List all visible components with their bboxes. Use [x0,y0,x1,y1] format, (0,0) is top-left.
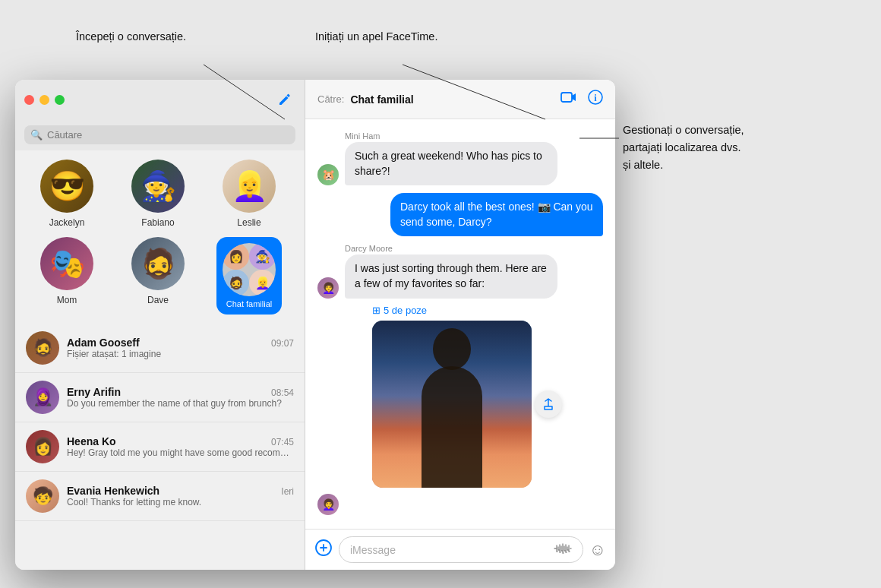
convo-item-heena[interactable]: 👩 Heena Ko 07:45 Hey! Gray told me you m… [15,422,305,472]
pinned-contact-jackelyn[interactable]: 😎 Jackelyn [21,160,112,228]
avatar-heena: 👩 [26,430,59,463]
video-call-icon[interactable] [560,91,577,107]
msg-row-mini-ham: 🐹 Such a great weekend! Who has pics to … [317,142,603,185]
annotation-facetime: Inițiați un apel FaceTime. [315,29,437,46]
sender-label-mini-ham: Mini Ham [317,131,603,141]
convo-name-erny: Erny Arifin [67,386,121,398]
avatar-darcy: 👩‍🦱 [317,277,339,299]
photos-count-label: 5 de poze [384,305,427,316]
message-darcy-group: Darcy Moore 👩‍🦱 I was just sorting throu… [317,244,603,514]
fullscreen-button[interactable] [55,95,65,105]
convo-time-adam: 09:07 [271,338,294,349]
convo-content-heena: Heena Ko 07:45 Hey! Gray told me you mig… [67,435,294,458]
sidebar-titlebar [15,80,305,119]
chat-input-bar: iMessage ☺ [305,529,615,570]
traffic-lights [24,95,65,105]
message-mini-ham-group: Mini Ham 🐹 Such a great weekend! Who has… [317,131,603,185]
convo-preview-erny: Do you remember the name of that guy fro… [67,398,294,409]
avatar-mom: 🎭 [40,237,93,290]
compose-button[interactable] [274,89,295,110]
contact-label-leslie: Leslie [237,217,261,228]
search-icon: 🔍 [30,129,43,141]
msg-bubble-mini-ham: Such a great weekend! Who has pics to sh… [345,142,557,185]
avatar-fabiano: 🧙 [131,160,185,213]
convo-time-evania: Ieri [281,486,294,497]
convo-content-erny: Erny Arifin 08:54 Do you remember the na… [67,386,294,409]
chat-header: Către: Chat familial i [305,80,615,119]
contact-label-dave: Dave [147,295,169,305]
share-button[interactable] [535,390,562,418]
avatar-evania: 🧒 [26,479,59,513]
pinned-contacts-row2: 🎭 Mom 🧔 Dave 👩 🧙 [15,237,305,324]
pinned-contact-dave[interactable]: 🧔 Dave [112,237,204,315]
minimize-button[interactable] [39,95,49,105]
contact-label-jackelyn: Jackelyn [49,217,85,228]
annotation-start-convo: Începeți o conversație. [76,29,186,46]
info-icon[interactable]: i [588,90,603,109]
photos-section: ⊞ 5 de poze [317,305,603,491]
avatar-mini-ham: 🐹 [317,164,339,185]
pinned-contacts-row1: 😎 Jackelyn 🧙 Fabiano 👱‍♀️ Leslie [15,150,305,237]
search-input[interactable] [47,129,289,141]
close-button[interactable] [24,95,34,105]
sender-label-darcy: Darcy Moore [317,244,603,253]
msg-row-darcy: 👩‍🦱 I was just sorting through them. Her… [317,254,603,298]
msg-bubble-darcy: I was just sorting through them. Here ar… [345,254,557,298]
svg-text:i: i [594,93,597,103]
convo-name-heena: Heena Ko [67,435,116,447]
avatar-jackelyn: 😎 [40,160,93,213]
avatar-adam: 🧔 [26,331,59,365]
convo-time-erny: 08:54 [271,387,294,398]
avatar-leslie: 👱‍♀️ [223,160,276,213]
pinned-contact-chat-familial[interactable]: 👩 🧙 🧔 👱‍♀️ Chat familial [204,237,295,315]
contact-label-mom: Mom [57,295,77,305]
message-placeholder: iMessage [350,544,396,556]
app-window: 🔍 😎 Jackelyn 🧙 Fabiano 👱‍♀️ [15,80,615,570]
chat-messages: Mini Ham 🐹 Such a great weekend! Who has… [305,119,615,529]
audio-wave-icon [554,542,572,557]
contact-label-chat-familial: Chat familial [226,299,273,308]
convo-preview-evania: Cool! Thanks for letting me know. [67,497,294,507]
photo-container [372,321,532,488]
avatar-erny: 🧕 [26,381,59,414]
convo-preview-heena: Hey! Gray told me you might have some go… [67,447,294,458]
convo-content-evania: Evania Henkewich Ieri Cool! Thanks for l… [67,485,294,507]
convo-name-adam: Adam Gooseff [67,337,140,349]
photos-label: ⊞ 5 de poze [372,305,532,316]
msg-row-outgoing: Darcy took all the best ones! 📷 Can you … [317,193,603,236]
grid-icon: ⊞ [372,305,381,316]
pinned-contact-fabiano[interactable]: 🧙 Fabiano [112,160,204,228]
pinned-contact-leslie[interactable]: 👱‍♀️ Leslie [204,160,295,228]
convo-item-adam[interactable]: 🧔 Adam Gooseff 09:07 Fișier atașat: 1 im… [15,324,305,373]
apps-button[interactable] [314,539,333,561]
avatar-dave: 🧔 [131,237,185,290]
svg-rect-3 [561,93,572,102]
photo-preview [372,321,532,488]
annotation-manage: Gestionați o conversație,partajați local… [623,122,744,175]
msg-bubble-outgoing: Darcy took all the best ones! 📷 Can you … [390,193,603,236]
photo-row: ⊞ 5 de poze [345,305,603,491]
emoji-button[interactable]: ☺ [589,540,606,560]
convo-name-evania: Evania Henkewich [67,485,159,497]
sidebar: 🔍 😎 Jackelyn 🧙 Fabiano 👱‍♀️ [15,80,305,570]
message-input[interactable]: iMessage [339,536,583,563]
convo-preview-adam: Fișier atașat: 1 imagine [67,349,294,359]
convo-time-heena: 07:45 [271,437,294,447]
convo-item-erny[interactable]: 🧕 Erny Arifin 08:54 Do you remember the … [15,373,305,422]
selected-group-bg: 👩 🧙 🧔 👱‍♀️ Chat familial [216,237,282,315]
photos-content: ⊞ 5 de poze [372,305,532,491]
search-input-wrap[interactable]: 🔍 [24,125,295,144]
chat-header-to-label: Către: [317,93,344,105]
darcy-avatar-bottom-row: 👩‍🦱 [317,494,603,515]
chat-area: Către: Chat familial i [305,80,615,570]
contact-label-fabiano: Fabiano [141,217,174,228]
chat-header-icons: i [560,90,603,109]
avatar-darcy-bottom: 👩‍🦱 [317,494,339,515]
pinned-contact-mom[interactable]: 🎭 Mom [21,237,112,315]
convo-item-evania[interactable]: 🧒 Evania Henkewich Ieri Cool! Thanks for… [15,472,305,521]
conversation-list: 🧔 Adam Gooseff 09:07 Fișier atașat: 1 im… [15,324,305,570]
chat-group-name: Chat familial [350,93,554,106]
convo-content-adam: Adam Gooseff 09:07 Fișier atașat: 1 imag… [67,337,294,359]
group-avatar: 👩 🧙 🧔 👱‍♀️ [223,243,276,296]
search-bar: 🔍 [15,119,305,150]
